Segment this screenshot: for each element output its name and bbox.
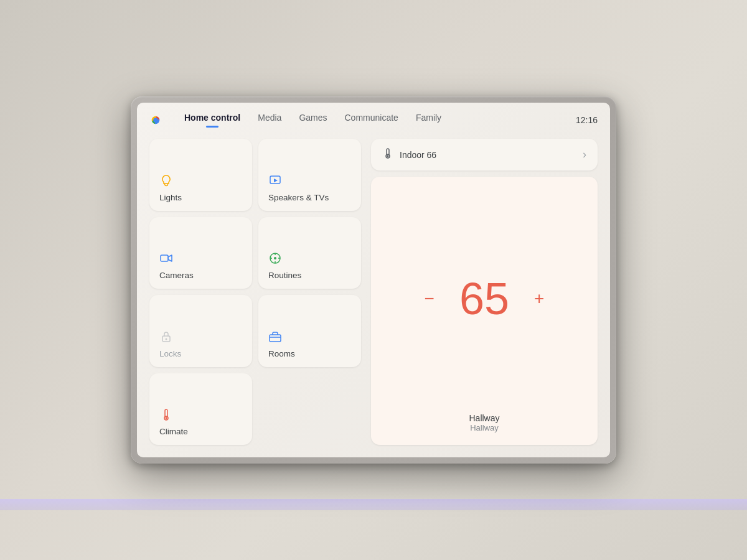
thermostat-control: − 65 + Hallway Hallway bbox=[371, 177, 598, 445]
svg-point-16 bbox=[166, 418, 167, 419]
svg-marker-3 bbox=[274, 179, 278, 182]
speakers-tvs-icon bbox=[268, 174, 351, 189]
lights-icon bbox=[159, 174, 242, 189]
tab-communicate[interactable]: Communicate bbox=[345, 113, 398, 128]
empty-cell bbox=[258, 373, 361, 446]
thermometer-icon bbox=[382, 147, 393, 162]
routines-icon bbox=[268, 251, 351, 267]
location-sub: Hallway bbox=[383, 423, 585, 432]
increase-temp-button[interactable]: + bbox=[528, 287, 550, 310]
locks-label: Locks bbox=[159, 349, 242, 358]
tab-home-control[interactable]: Home control bbox=[184, 113, 240, 128]
screen: Home control Media Games Communicate Fam… bbox=[137, 103, 610, 457]
tab-family[interactable]: Family bbox=[416, 113, 441, 128]
climate-tile[interactable]: Climate bbox=[149, 373, 252, 446]
main-content: Lights Speakers & TVs bbox=[137, 129, 610, 457]
device-frame: Home control Media Games Communicate Fam… bbox=[131, 96, 616, 464]
lights-tile[interactable]: Lights bbox=[149, 139, 252, 211]
speakers-tvs-tile[interactable]: Speakers & TVs bbox=[258, 139, 361, 211]
rooms-icon bbox=[268, 330, 351, 345]
tab-games[interactable]: Games bbox=[299, 113, 327, 128]
thermostat-location: Hallway Hallway bbox=[383, 413, 585, 432]
svg-point-6 bbox=[274, 257, 276, 259]
decrease-temp-button[interactable]: − bbox=[418, 287, 441, 310]
rooms-label: Rooms bbox=[268, 349, 351, 358]
svg-point-12 bbox=[166, 338, 167, 340]
svg-rect-13 bbox=[270, 335, 281, 342]
google-assistant-icon bbox=[149, 111, 167, 129]
clock-display: 12:16 bbox=[576, 115, 598, 125]
locks-icon bbox=[159, 330, 242, 345]
routines-tile[interactable]: Routines bbox=[258, 217, 361, 289]
thermostat-panel: Indoor 66 › − 65 + Hallway Hallway bbox=[371, 139, 598, 445]
location-name: Hallway bbox=[383, 413, 585, 423]
indoor-temp-left: Indoor 66 bbox=[382, 147, 436, 162]
controls-grid: Lights Speakers & TVs bbox=[149, 139, 361, 445]
indoor-temp-label: Indoor 66 bbox=[400, 150, 436, 160]
svg-rect-4 bbox=[161, 255, 168, 261]
indoor-temp-bar[interactable]: Indoor 66 › bbox=[371, 139, 598, 170]
cameras-icon bbox=[159, 251, 242, 267]
svg-point-19 bbox=[387, 156, 389, 157]
rooms-tile[interactable]: Rooms bbox=[258, 295, 361, 367]
climate-icon bbox=[159, 408, 242, 423]
speakers-tvs-label: Speakers & TVs bbox=[268, 193, 351, 202]
climate-label: Climate bbox=[159, 427, 242, 436]
cameras-label: Cameras bbox=[159, 271, 242, 280]
svg-rect-14 bbox=[165, 409, 167, 417]
chevron-right-icon: › bbox=[583, 148, 586, 161]
routines-label: Routines bbox=[268, 271, 351, 280]
lights-label: Lights bbox=[159, 193, 242, 202]
temp-display: − 65 + bbox=[383, 192, 585, 406]
temperature-value: 65 bbox=[459, 276, 509, 321]
cameras-tile[interactable]: Cameras bbox=[149, 217, 252, 289]
nav-bar: Home control Media Games Communicate Fam… bbox=[137, 103, 610, 129]
locks-tile[interactable]: Locks bbox=[149, 295, 252, 367]
tab-media[interactable]: Media bbox=[258, 113, 281, 128]
